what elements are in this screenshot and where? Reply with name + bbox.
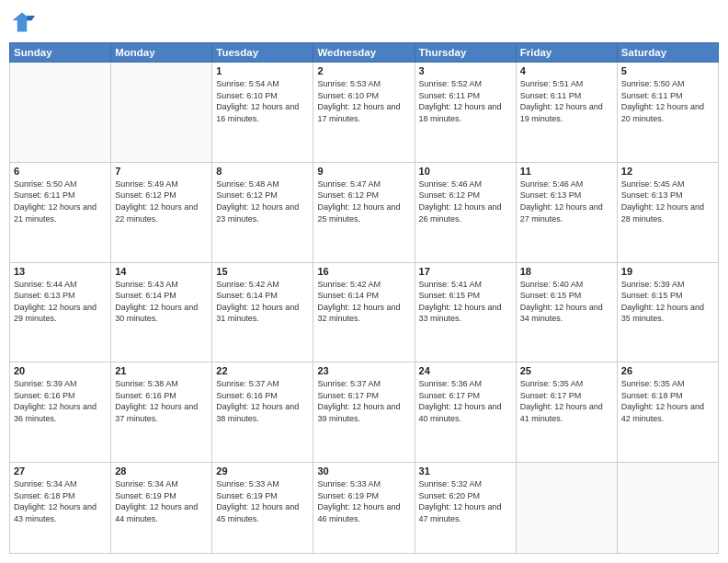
weekday-header-thursday: Thursday [415,43,516,63]
day-info: Sunrise: 5:50 AM Sunset: 6:11 PM Dayligh… [14,178,107,224]
calendar-table: SundayMondayTuesdayWednesdayThursdayFrid… [9,42,719,554]
day-number: 30 [317,465,410,477]
day-number: 13 [14,266,107,277]
day-info: Sunrise: 5:48 AM Sunset: 6:12 PM Dayligh… [216,178,309,224]
day-number: 5 [621,65,714,76]
day-number: 4 [520,65,613,76]
day-cell: 10Sunrise: 5:46 AM Sunset: 6:12 PM Dayli… [415,162,516,262]
day-number: 2 [317,65,410,76]
day-info: Sunrise: 5:42 AM Sunset: 6:14 PM Dayligh… [216,279,309,325]
day-number: 28 [115,465,208,477]
day-number: 16 [317,266,410,277]
weekday-header-wednesday: Wednesday [313,43,415,63]
day-info: Sunrise: 5:49 AM Sunset: 6:12 PM Dayligh… [115,178,208,224]
week-row-5: 27Sunrise: 5:34 AM Sunset: 6:18 PM Dayli… [10,463,719,554]
day-cell: 25Sunrise: 5:35 AM Sunset: 6:17 PM Dayli… [516,362,617,463]
day-info: Sunrise: 5:47 AM Sunset: 6:12 PM Dayligh… [317,178,410,224]
day-number: 11 [520,166,613,177]
logo [9,9,39,35]
day-info: Sunrise: 5:38 AM Sunset: 6:16 PM Dayligh… [115,378,208,424]
day-number: 7 [115,166,208,177]
day-cell [516,463,617,554]
day-info: Sunrise: 5:33 AM Sunset: 6:19 PM Dayligh… [216,478,309,524]
page: SundayMondayTuesdayWednesdayThursdayFrid… [0,0,728,563]
day-info: Sunrise: 5:54 AM Sunset: 6:10 PM Dayligh… [216,78,309,124]
day-info: Sunrise: 5:53 AM Sunset: 6:10 PM Dayligh… [317,78,410,124]
day-info: Sunrise: 5:32 AM Sunset: 6:20 PM Dayligh… [419,478,512,524]
day-cell: 18Sunrise: 5:40 AM Sunset: 6:15 PM Dayli… [516,262,617,362]
day-cell: 19Sunrise: 5:39 AM Sunset: 6:15 PM Dayli… [617,262,718,362]
day-cell: 27Sunrise: 5:34 AM Sunset: 6:18 PM Dayli… [10,463,111,554]
day-cell [617,463,718,554]
day-number: 12 [621,166,714,177]
day-info: Sunrise: 5:34 AM Sunset: 6:19 PM Dayligh… [115,478,208,524]
day-cell: 17Sunrise: 5:41 AM Sunset: 6:15 PM Dayli… [415,262,516,362]
day-info: Sunrise: 5:36 AM Sunset: 6:17 PM Dayligh… [419,378,512,424]
day-number: 1 [216,65,309,76]
day-info: Sunrise: 5:35 AM Sunset: 6:18 PM Dayligh… [621,378,714,424]
day-cell: 24Sunrise: 5:36 AM Sunset: 6:17 PM Dayli… [415,362,516,463]
day-cell: 16Sunrise: 5:42 AM Sunset: 6:14 PM Dayli… [313,262,415,362]
day-info: Sunrise: 5:50 AM Sunset: 6:11 PM Dayligh… [621,78,714,124]
day-number: 27 [14,465,107,477]
day-number: 15 [216,266,309,277]
day-number: 24 [419,365,512,376]
day-cell: 9Sunrise: 5:47 AM Sunset: 6:12 PM Daylig… [313,162,415,262]
day-number: 9 [317,166,410,177]
day-cell: 26Sunrise: 5:35 AM Sunset: 6:18 PM Dayli… [617,362,718,463]
day-number: 19 [621,266,714,277]
day-info: Sunrise: 5:45 AM Sunset: 6:13 PM Dayligh… [621,178,714,224]
day-info: Sunrise: 5:40 AM Sunset: 6:15 PM Dayligh… [520,279,613,325]
day-info: Sunrise: 5:39 AM Sunset: 6:15 PM Dayligh… [621,279,714,325]
weekday-header-sunday: Sunday [10,43,111,63]
day-cell: 31Sunrise: 5:32 AM Sunset: 6:20 PM Dayli… [415,463,516,554]
day-cell: 21Sunrise: 5:38 AM Sunset: 6:16 PM Dayli… [111,362,212,463]
day-number: 26 [621,365,714,376]
day-number: 22 [216,365,309,376]
day-cell: 1Sunrise: 5:54 AM Sunset: 6:10 PM Daylig… [212,63,313,163]
day-cell: 6Sunrise: 5:50 AM Sunset: 6:11 PM Daylig… [10,162,111,262]
day-info: Sunrise: 5:46 AM Sunset: 6:13 PM Dayligh… [520,178,613,224]
day-cell: 23Sunrise: 5:37 AM Sunset: 6:17 PM Dayli… [313,362,415,463]
day-number: 20 [14,365,107,376]
week-row-3: 13Sunrise: 5:44 AM Sunset: 6:13 PM Dayli… [10,262,719,362]
day-number: 23 [317,365,410,376]
day-cell: 12Sunrise: 5:45 AM Sunset: 6:13 PM Dayli… [617,162,718,262]
day-cell: 28Sunrise: 5:34 AM Sunset: 6:19 PM Dayli… [111,463,212,554]
svg-marker-0 [13,13,32,32]
day-cell: 20Sunrise: 5:39 AM Sunset: 6:16 PM Dayli… [10,362,111,463]
weekday-header-friday: Friday [516,43,617,63]
day-cell [10,63,111,163]
day-cell: 7Sunrise: 5:49 AM Sunset: 6:12 PM Daylig… [111,162,212,262]
day-number: 25 [520,365,613,376]
day-cell: 29Sunrise: 5:33 AM Sunset: 6:19 PM Dayli… [212,463,313,554]
day-number: 21 [115,365,208,376]
day-info: Sunrise: 5:46 AM Sunset: 6:12 PM Dayligh… [419,178,512,224]
day-cell: 5Sunrise: 5:50 AM Sunset: 6:11 PM Daylig… [617,63,718,163]
day-number: 31 [419,465,512,477]
day-info: Sunrise: 5:44 AM Sunset: 6:13 PM Dayligh… [14,279,107,325]
weekday-header-row: SundayMondayTuesdayWednesdayThursdayFrid… [10,43,719,63]
day-cell: 11Sunrise: 5:46 AM Sunset: 6:13 PM Dayli… [516,162,617,262]
header [9,9,719,35]
day-number: 8 [216,166,309,177]
day-info: Sunrise: 5:37 AM Sunset: 6:16 PM Dayligh… [216,378,309,424]
day-cell: 2Sunrise: 5:53 AM Sunset: 6:10 PM Daylig… [313,63,415,163]
day-info: Sunrise: 5:39 AM Sunset: 6:16 PM Dayligh… [14,378,107,424]
weekday-header-saturday: Saturday [617,43,718,63]
week-row-4: 20Sunrise: 5:39 AM Sunset: 6:16 PM Dayli… [10,362,719,463]
day-number: 10 [419,166,512,177]
weekday-header-monday: Monday [111,43,212,63]
day-info: Sunrise: 5:35 AM Sunset: 6:17 PM Dayligh… [520,378,613,424]
day-cell: 4Sunrise: 5:51 AM Sunset: 6:11 PM Daylig… [516,63,617,163]
weekday-header-tuesday: Tuesday [212,43,313,63]
week-row-2: 6Sunrise: 5:50 AM Sunset: 6:11 PM Daylig… [10,162,719,262]
day-info: Sunrise: 5:43 AM Sunset: 6:14 PM Dayligh… [115,279,208,325]
svg-marker-1 [27,16,35,20]
day-cell: 8Sunrise: 5:48 AM Sunset: 6:12 PM Daylig… [212,162,313,262]
day-info: Sunrise: 5:33 AM Sunset: 6:19 PM Dayligh… [317,478,410,524]
day-cell: 30Sunrise: 5:33 AM Sunset: 6:19 PM Dayli… [313,463,415,554]
day-cell: 15Sunrise: 5:42 AM Sunset: 6:14 PM Dayli… [212,262,313,362]
logo-icon [9,9,35,35]
day-cell: 13Sunrise: 5:44 AM Sunset: 6:13 PM Dayli… [10,262,111,362]
